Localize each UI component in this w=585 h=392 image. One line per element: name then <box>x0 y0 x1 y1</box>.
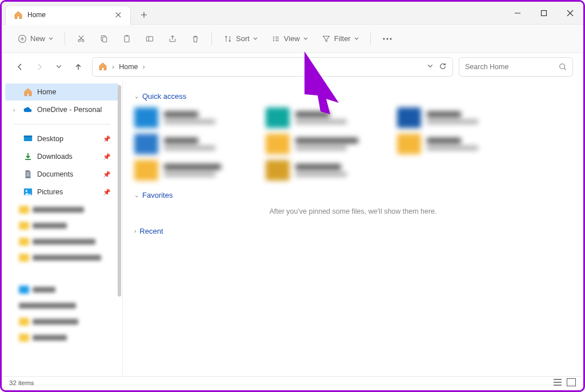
sidebar-item-blurred[interactable] <box>19 299 105 313</box>
quick-access-item[interactable] <box>266 160 374 181</box>
back-button[interactable] <box>12 59 28 75</box>
svg-point-12 <box>383 38 384 39</box>
download-icon <box>23 152 33 161</box>
pictures-icon <box>23 187 33 197</box>
sidebar-item-blurred[interactable] <box>19 315 105 329</box>
rename-button[interactable] <box>139 29 160 49</box>
sidebar-item-desktop[interactable]: Desktop 📌 <box>5 130 119 147</box>
minimize-button[interactable] <box>504 2 531 25</box>
window-controls <box>504 2 583 25</box>
sidebar-scrollbar[interactable] <box>118 85 121 297</box>
sidebar-item-pictures[interactable]: Pictures 📌 <box>5 183 119 201</box>
chevron-right-icon: › <box>134 228 136 234</box>
expand-icon[interactable]: › <box>13 107 19 113</box>
sidebar-item-blurred[interactable] <box>19 331 105 345</box>
copy-button[interactable] <box>94 29 114 49</box>
document-icon <box>23 170 33 179</box>
sort-icon <box>223 34 233 43</box>
pin-icon: 📌 <box>103 153 111 161</box>
sidebar-item-blurred[interactable] <box>19 283 105 297</box>
search-icon <box>559 63 567 71</box>
quick-access-item[interactable] <box>266 134 374 154</box>
search-input[interactable] <box>465 63 559 71</box>
svg-point-11 <box>273 40 274 41</box>
pin-icon: 📌 <box>103 189 111 196</box>
quick-access-item[interactable] <box>134 160 243 181</box>
address-dropdown-button[interactable] <box>427 63 433 71</box>
section-recent[interactable]: › Recent <box>134 227 572 235</box>
share-button[interactable] <box>162 29 183 49</box>
paste-button[interactable] <box>117 29 137 49</box>
maximize-button[interactable] <box>531 2 557 25</box>
section-favorites[interactable]: ⌄ Favorites <box>134 191 572 199</box>
address-bar[interactable]: › Home › <box>92 57 453 77</box>
svg-point-2 <box>78 39 81 42</box>
cloud-icon <box>23 105 33 114</box>
close-window-button[interactable] <box>557 2 583 25</box>
pin-icon: 📌 <box>103 171 111 178</box>
quick-access-item[interactable] <box>266 107 374 128</box>
home-icon <box>14 10 23 19</box>
sidebar-item-label: Desktop <box>37 135 63 143</box>
chevron-down-icon <box>354 37 359 41</box>
quick-access-item[interactable] <box>397 134 506 154</box>
up-button[interactable] <box>70 59 86 75</box>
svg-point-14 <box>390 38 391 39</box>
sidebar-item-onedrive[interactable]: › OneDrive - Personal <box>5 101 119 118</box>
chevron-down-icon <box>253 37 258 41</box>
status-item-count: 32 items <box>9 379 34 386</box>
sidebar-item-documents[interactable]: Documents 📌 <box>5 166 119 183</box>
chevron-down-icon <box>49 37 53 41</box>
home-icon <box>98 62 107 73</box>
new-button[interactable]: New <box>12 29 59 49</box>
sort-button[interactable]: Sort <box>218 29 263 49</box>
pin-icon: 📌 <box>103 135 111 143</box>
breadcrumb-separator: › <box>112 63 114 71</box>
sidebar-item-downloads[interactable]: Downloads 📌 <box>5 148 119 165</box>
body: Home › OneDrive - Personal Desktop 📌 Dow… <box>2 81 583 383</box>
quick-access-item[interactable] <box>397 107 506 128</box>
svg-rect-6 <box>125 35 129 42</box>
forward-button[interactable] <box>31 59 47 75</box>
browser-tab[interactable]: Home <box>5 5 131 25</box>
breadcrumb-separator: › <box>143 63 145 71</box>
share-icon <box>168 34 177 43</box>
cut-button[interactable] <box>71 29 91 49</box>
sort-label: Sort <box>236 34 250 43</box>
new-tab-button[interactable] <box>135 6 153 23</box>
refresh-button[interactable] <box>439 62 447 72</box>
filter-button[interactable]: Filter <box>316 29 364 49</box>
quick-access-item[interactable] <box>134 107 243 128</box>
view-button[interactable]: View <box>266 29 314 49</box>
titlebar: Home <box>2 2 583 25</box>
svg-point-19 <box>26 190 27 192</box>
more-button[interactable] <box>376 29 398 49</box>
section-quick-access[interactable]: ⌄ Quick access <box>134 92 572 101</box>
thumbnails-view-toggle[interactable] <box>567 378 576 387</box>
favorites-empty-message: After you've pinned some files, we'll sh… <box>134 207 572 215</box>
toolbar-separator <box>370 33 371 45</box>
sidebar-item-label: OneDrive - Personal <box>37 106 102 114</box>
sidebar-item-label: Downloads <box>37 153 73 161</box>
recent-locations-button[interactable] <box>51 59 67 75</box>
svg-point-10 <box>273 38 274 39</box>
breadcrumb-current[interactable]: Home <box>119 63 138 71</box>
sidebar-item-blurred[interactable] <box>19 219 105 233</box>
sidebar-item-blurred[interactable] <box>19 235 105 249</box>
toolbar: New Sort View Filter <box>2 25 583 53</box>
svg-point-9 <box>273 36 274 37</box>
sidebar-item-blurred[interactable] <box>19 203 105 217</box>
toolbar-separator <box>211 33 212 45</box>
sidebar-item-label: Documents <box>37 170 73 178</box>
delete-button[interactable] <box>185 29 206 49</box>
sidebar-item-home[interactable]: Home <box>5 83 119 101</box>
sidebar-item-blurred[interactable] <box>19 251 105 265</box>
details-view-toggle[interactable] <box>553 378 562 387</box>
chevron-down-icon: ⌄ <box>134 192 139 198</box>
tab-close-button[interactable] <box>114 11 122 19</box>
svg-rect-8 <box>146 37 153 41</box>
sidebar-item-label: Home <box>37 88 56 96</box>
quick-access-item[interactable] <box>134 134 243 154</box>
filter-icon <box>322 34 331 43</box>
search-box[interactable] <box>459 57 573 77</box>
